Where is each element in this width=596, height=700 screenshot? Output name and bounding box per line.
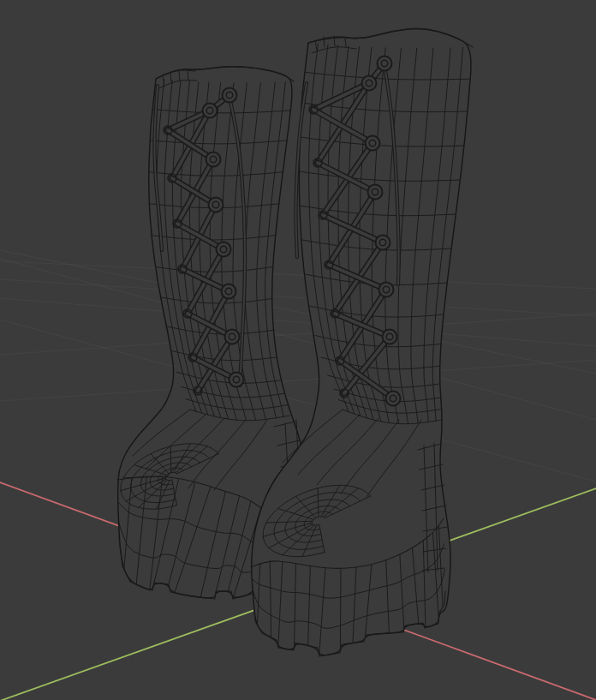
lace-eyelet: [379, 283, 394, 297]
lace-eyelet: [386, 392, 401, 406]
lace-eyelet: [209, 198, 224, 212]
lace-eyelet: [368, 185, 383, 200]
blender-3d-viewport[interactable]: [0, 0, 596, 700]
wireframe-canvas[interactable]: [0, 0, 596, 700]
lace-eyelet: [223, 88, 237, 103]
lace-eyelet: [225, 330, 240, 344]
lace-eyelet: [362, 76, 377, 91]
lace-eyelet: [229, 373, 244, 387]
lace-eyelet: [376, 236, 390, 250]
lace-eyelet: [378, 57, 392, 71]
lace-eyelet: [203, 104, 218, 118]
lace-eyelet: [366, 136, 380, 151]
lace-eyelet: [217, 242, 231, 257]
lace-eyelet: [383, 330, 397, 344]
lace-eyelet: [206, 153, 221, 167]
lace-eyelet: [222, 284, 236, 299]
